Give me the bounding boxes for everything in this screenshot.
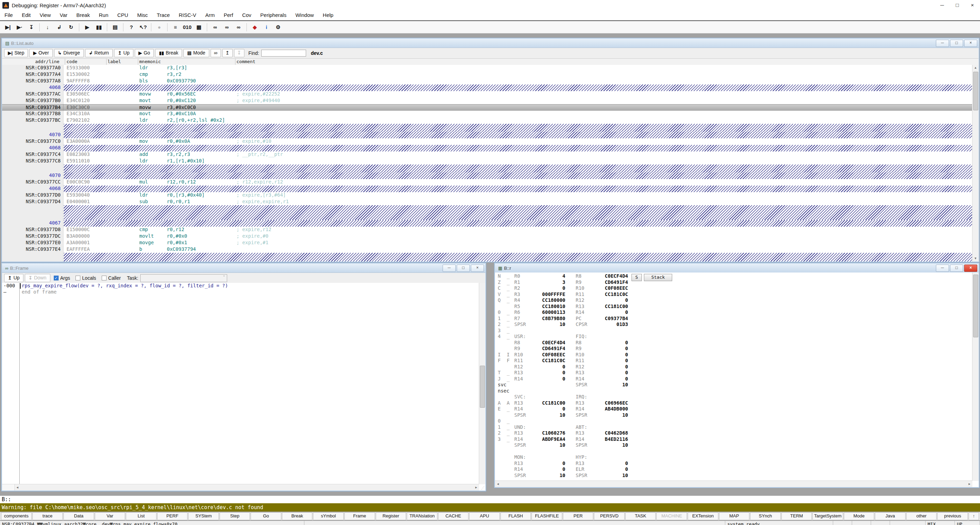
maximize-icon[interactable]: □ — [950, 0, 965, 10]
register-row[interactable]: FFR11CC181C0CR110 — [495, 358, 972, 364]
softkey-previous[interactable]: previous — [937, 512, 968, 520]
softkey-register[interactable]: Register — [376, 512, 406, 520]
register-row[interactable]: 0_R660000113R140 — [495, 310, 972, 316]
frame-maximize-icon[interactable]: □ — [457, 265, 470, 272]
help-icon[interactable]: ? — [126, 22, 137, 32]
go-return-icon[interactable]: ↲ — [54, 22, 64, 32]
args-checkbox[interactable]: ✓Args — [54, 275, 70, 281]
source-line-row[interactable]: 4067 — [2, 220, 972, 227]
register-row[interactable]: E_R140R14AB4DB000 — [495, 406, 972, 412]
frame-minimize-icon[interactable]: ─ — [442, 265, 456, 272]
register-row[interactable]: 3_R14ABDF9EA4R14B4ED2116 — [495, 436, 972, 442]
frame-row[interactable]: -000rps_may_expire_flow(dev = ?, rxq_ind… — [2, 283, 479, 289]
asm-row[interactable]: NSR:C09377A4E1530002cmpr3,r2 — [2, 72, 972, 78]
stack-button[interactable]: Stack — [644, 274, 672, 281]
menu-help[interactable]: Help — [318, 10, 338, 20]
go-button[interactable]: ▶Go — [135, 49, 154, 57]
register-row[interactable]: R120R120 — [495, 364, 972, 370]
softkey-components[interactable]: components — [1, 512, 32, 520]
softkey-system[interactable]: SYStem — [188, 512, 219, 520]
softkey-list[interactable]: List — [126, 512, 156, 520]
register-row[interactable]: Q_R4CC180000R120 — [495, 297, 972, 303]
softkey-extension[interactable]: EXTension — [688, 512, 718, 520]
register-vertical-scrollbar[interactable] — [972, 273, 978, 481]
register-row[interactable] — [495, 448, 972, 455]
view-stack-icon[interactable]: ∞ — [233, 22, 244, 32]
register-row[interactable]: IIR10C0F08EECR100 — [495, 352, 972, 358]
current-pc-row[interactable]: NSR:C09377B4E30C30C0movwr3,#0xC0C0 — [2, 104, 972, 111]
register-row[interactable]: R5CC180010R13CC181C00 — [495, 303, 972, 310]
stop-icon[interactable]: ● — [154, 22, 164, 32]
go-icon[interactable]: ▶ — [82, 22, 92, 32]
find-view-icon[interactable]: ∞ — [211, 49, 221, 57]
asm-row[interactable]: NSR:C09377B0E34C0120movtr0,#0xC120; expi… — [2, 97, 972, 104]
menu-edit[interactable]: Edit — [17, 10, 35, 20]
register-row[interactable]: N_R04R8C0ECF4D4 — [495, 273, 972, 279]
softkey-flashfile[interactable]: FLASHFILE — [531, 512, 562, 520]
menu-trace[interactable]: Trace — [152, 10, 174, 20]
frame-vertical-scrollbar[interactable] — [479, 283, 485, 484]
asm-row[interactable]: NSR:C09377D4E0400001subr0,r0,r1; expire,… — [2, 199, 972, 205]
list-vertical-scrollbar[interactable]: ▲ ▼ — [972, 65, 978, 262]
register-row[interactable]: 3_ — [495, 328, 972, 334]
register-row[interactable]: R130R130 — [495, 461, 972, 467]
return-button[interactable]: ↲Return — [85, 49, 113, 57]
view-locals-icon[interactable]: ∞ — [222, 22, 232, 32]
softkey-break[interactable]: Break — [282, 512, 313, 520]
frame-down-button[interactable]: ↧Down — [25, 274, 50, 282]
context-help-icon[interactable]: ↖? — [138, 22, 148, 32]
softkey-var[interactable]: Var — [95, 512, 126, 520]
softkey-persvd[interactable]: PERSVD — [594, 512, 625, 520]
menu-peripherals[interactable]: Peripherals — [256, 10, 291, 20]
task-dropdown[interactable] — [140, 274, 227, 282]
softkey-per[interactable]: PER — [563, 512, 593, 520]
edit-script-icon[interactable]: ▤ — [110, 22, 120, 32]
menu-file[interactable]: File — [0, 10, 17, 20]
status-mode-mix[interactable]: MIX — [926, 521, 955, 525]
s-button[interactable]: S — [632, 274, 642, 281]
menu-cov[interactable]: Cov — [237, 10, 256, 20]
step-button[interactable]: ▶|Step — [4, 49, 28, 57]
register-row[interactable]: 1_R7C8B79B80PCC09377B4 — [495, 316, 972, 322]
register-row[interactable]: SPSR10SPSR10 — [495, 442, 972, 448]
go-next-icon[interactable]: ↻ — [66, 22, 76, 32]
source-line-row[interactable]: 4070 — [2, 132, 972, 138]
softkey-cache[interactable]: CACHE — [438, 512, 469, 520]
asm-row[interactable]: NSR:C09377DCB3A00000movltr0,#0x0; expire… — [2, 233, 972, 240]
register-window-title-bar[interactable]: ▦ B::r ─ □ × — [495, 263, 978, 273]
softkey-translation[interactable]: TRANslation — [407, 512, 438, 520]
asm-row[interactable]: NSR:C09377C0E3A0000Amovr0,#0x0A; expire,… — [2, 138, 972, 145]
tools-icon[interactable]: ⚙ — [273, 22, 283, 32]
menu-cpu[interactable]: CPU — [113, 10, 133, 20]
register-row[interactable]: J_R140R140 — [495, 376, 972, 382]
register-row[interactable]: 1_UND:ABT: — [495, 424, 972, 431]
scroll-left-icon[interactable]: ◄ — [14, 484, 20, 490]
break-button[interactable]: ▮▮Break — [155, 49, 182, 57]
scroll-right-icon[interactable]: ► — [473, 484, 479, 490]
list-close-icon[interactable]: × — [964, 40, 977, 47]
register-maximize-icon[interactable]: □ — [950, 265, 963, 272]
diverge-button[interactable]: ↳Diverge — [54, 49, 84, 57]
asm-row[interactable]: NSR:C09377D8E150000Ccmpr0,r12; expire,r1… — [2, 227, 972, 233]
asm-row[interactable]: NSR:C09377A89AFFFFF8bls0xC0937790 — [2, 78, 972, 85]
go-down-icon[interactable]: ↓ — [42, 22, 53, 32]
register-row[interactable]: AAR13CC181C00R13C06966EC — [495, 400, 972, 406]
softkey-flash[interactable]: FLASH — [501, 512, 531, 520]
menu-arm[interactable]: Arm — [200, 10, 219, 20]
mode-button[interactable]: ▤Mode — [183, 49, 209, 57]
register-row[interactable]: V_R3000FFFFER11CC181C0C — [495, 292, 972, 298]
menu-window[interactable]: Window — [291, 10, 318, 20]
asm-row[interactable]: NSR:C09377B8E34C310Amovtr3,#0xC10A — [2, 111, 972, 117]
frame-scroll-thumb[interactable] — [480, 365, 485, 408]
list-scroll-thumb[interactable] — [973, 72, 978, 110]
menu-misc[interactable]: Misc — [133, 10, 152, 20]
asm-row[interactable]: NSR:C09377BCE7902102ldrr2,[r0,+r2,lsl #0… — [2, 117, 972, 124]
asm-row[interactable]: NSR:C09377ACE30506ECmovwr0,#0x56EC; expi… — [2, 91, 972, 97]
menu-var[interactable]: Var — [55, 10, 72, 20]
register-minimize-icon[interactable]: ─ — [936, 265, 949, 272]
softkey-trace[interactable]: trace — [32, 512, 63, 520]
softkey-go[interactable]: Go — [251, 512, 281, 520]
softkey-machine[interactable]: MACHINE — [656, 512, 687, 520]
menu-run[interactable]: Run — [94, 10, 113, 20]
menu-break[interactable]: Break — [72, 10, 94, 20]
